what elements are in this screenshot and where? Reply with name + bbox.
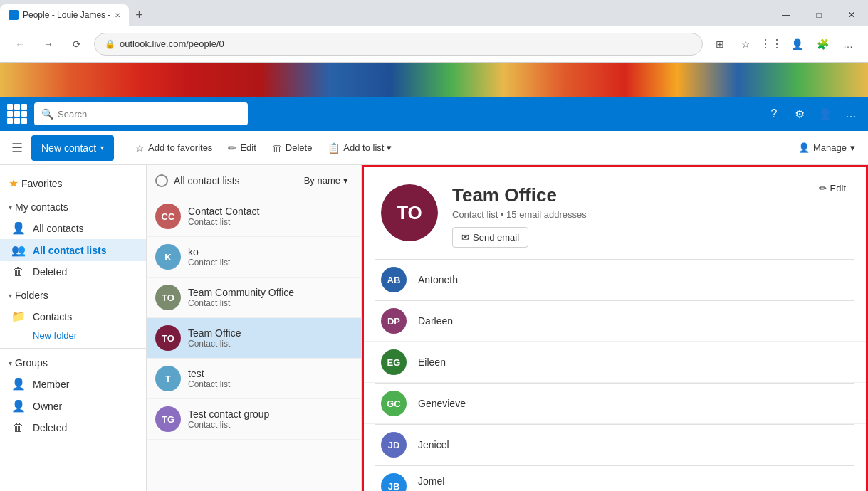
all-contact-lists-label: All contact lists [33, 245, 106, 256]
favorites-header[interactable]: ★ Favorites [0, 172, 146, 194]
contact-info-team-office: Team Office Contact list [188, 327, 352, 349]
person-icon: 👤 [11, 221, 26, 235]
add-favorites-action[interactable]: ☆ Add to favorites [128, 135, 219, 161]
main-layout: ★ Favorites ▾ My contacts 👤 All contacts… [0, 165, 868, 491]
all-contacts-checkbox[interactable] [155, 174, 168, 187]
forward-button[interactable]: → [37, 33, 60, 56]
edit-action[interactable]: ✏ Edit [221, 135, 263, 161]
extensions-icon[interactable]: 🧩 [811, 33, 834, 56]
split-icon[interactable]: ⋮⋮ [760, 33, 783, 56]
search-input[interactable] [58, 109, 241, 120]
my-contacts-label: My contacts [15, 201, 68, 213]
deleted-label: Deleted [33, 266, 67, 278]
contact-item-test[interactable]: T test Contact list [147, 359, 361, 399]
maximize-button[interactable]: □ [802, 4, 835, 26]
detail-edit-button[interactable]: ✏ Edit [810, 179, 854, 198]
list-header-title: All contact lists [174, 175, 294, 186]
name-jenicel: Jenicel [418, 439, 449, 450]
more-options-icon[interactable]: … [840, 102, 862, 125]
account-icon[interactable]: 👤 [814, 102, 837, 125]
add-to-list-label: Add to list ▾ [343, 142, 392, 153]
contact-row-name-antoneth: Antoneth [418, 274, 458, 285]
name-jomel: Jomel . [418, 475, 444, 491]
name-antoneth: Antoneth [418, 274, 458, 285]
new-folder-link[interactable]: New folder [0, 327, 146, 344]
delete-action[interactable]: 🗑 Delete [265, 135, 320, 161]
favorites-icon[interactable]: ☆ [734, 33, 757, 56]
url-bar[interactable]: 🔒 outlook.live.com/people/0 [94, 33, 703, 56]
sidebar-item-contacts[interactable]: 📁 Contacts [0, 305, 146, 327]
contact-item-community[interactable]: TO Team Community Office Contact list [147, 278, 361, 318]
name-eileen: Eileen [418, 357, 446, 368]
my-contacts-header[interactable]: ▾ My contacts [0, 197, 146, 217]
manage-label: Manage [813, 142, 847, 153]
member-label: Member [33, 379, 69, 390]
favorites-section: ★ Favorites [0, 171, 146, 196]
star-icon: ★ [9, 176, 19, 190]
contact-avatar-tg: TG [155, 406, 181, 432]
contact-item-tg[interactable]: TG Test contact group Contact list [147, 399, 361, 440]
refresh-button[interactable]: ⟳ [66, 33, 88, 56]
app-header: 🔍 ? ⚙ 👤 … [0, 97, 868, 131]
lock-icon: 🔒 [105, 39, 115, 49]
contact-items: CC Contact Contact Contact list K ko Con… [147, 196, 361, 491]
url-text: outlook.live.com/people/0 [120, 38, 224, 49]
my-contacts-section: ▾ My contacts 👤 All contacts 👥 All conta… [0, 196, 146, 284]
sidebar: ★ Favorites ▾ My contacts 👤 All contacts… [0, 165, 147, 491]
expand-icon-groups: ▾ [9, 359, 12, 367]
new-contact-dropdown-icon: ▾ [100, 144, 104, 152]
lego-banner [0, 63, 868, 97]
contact-avatar-test: T [155, 366, 181, 391]
browser-toolbar: ⊞ ☆ ⋮⋮ 👤 🧩 … [708, 33, 859, 56]
manage-button[interactable]: 👤 Manage ▾ [791, 135, 862, 161]
tab-close-icon[interactable]: ✕ [115, 11, 120, 19]
groups-header[interactable]: ▾ Groups [0, 353, 146, 373]
contact-item-ko[interactable]: K ko Contact list [147, 237, 361, 278]
email-icon: ✉ [461, 232, 469, 243]
active-tab[interactable]: People - Louie James - ✕ [0, 4, 129, 26]
contact-subtitle-ko: Contact list [188, 258, 352, 268]
folders-section: ▾ Folders 📁 Contacts New folder [0, 284, 146, 345]
close-button[interactable]: ✕ [835, 4, 868, 26]
contact-name-community: Team Community Office [188, 287, 352, 298]
sidebar-item-member[interactable]: 👤 Member [0, 373, 146, 395]
favorites-label: Favorites [21, 178, 63, 189]
add-favorites-label: Add to favorites [148, 142, 212, 153]
sidebar-item-deleted[interactable]: 🗑 Deleted [0, 261, 146, 283]
send-email-action[interactable]: ✉ Send email [452, 227, 528, 248]
send-email-label: Send email [473, 232, 519, 243]
contact-info-cc: Contact Contact Contact list [188, 206, 352, 227]
hamburger-icon[interactable]: ☰ [6, 137, 28, 159]
sidebar-item-groups-deleted[interactable]: 🗑 Deleted [0, 417, 146, 438]
new-contact-button[interactable]: New contact ▾ [31, 135, 114, 161]
new-tab-button[interactable]: + [129, 5, 149, 25]
member-row-genevieve: GC Genevieve [364, 384, 866, 424]
add-to-list-action[interactable]: 📋 Add to list ▾ [320, 135, 399, 161]
help-icon[interactable]: ? [763, 102, 785, 125]
contact-name-cc: Contact Contact [188, 206, 352, 217]
sort-button[interactable]: By name ▾ [300, 172, 352, 189]
more-icon[interactable]: … [837, 33, 859, 56]
avatar-jomel: JB [381, 473, 407, 491]
sidebar-item-owner[interactable]: 👤 Owner [0, 395, 146, 417]
contact-item-team-office[interactable]: TO Team Office Contact list [147, 318, 361, 359]
folders-header[interactable]: ▾ Folders [0, 285, 146, 305]
detail-avatar: TO [381, 184, 438, 241]
delete-icon: 🗑 [272, 142, 282, 154]
sidebar-item-all-contact-lists[interactable]: 👥 All contact lists [0, 239, 146, 261]
contact-item-cc[interactable]: CC Contact Contact Contact list [147, 196, 361, 237]
profile-icon[interactable]: 👤 [785, 33, 808, 56]
search-bar[interactable]: 🔍 [34, 102, 248, 125]
app-logo[interactable] [6, 102, 28, 125]
contact-row-name-genevieve: Genevieve [418, 398, 466, 409]
member-row-jomel: JB Jomel . [364, 466, 866, 491]
contact-name-test: test [188, 368, 352, 379]
back-button[interactable]: ← [9, 33, 31, 56]
reader-icon[interactable]: ⊞ [708, 33, 731, 56]
sidebar-item-all-contacts[interactable]: 👤 All contacts [0, 217, 146, 239]
settings-icon[interactable]: ⚙ [788, 102, 811, 125]
minimize-button[interactable]: — [770, 4, 802, 26]
member-icon: 👤 [11, 377, 26, 391]
contact-subtitle-tg: Contact list [188, 420, 352, 430]
tab-bar: People - Louie James - ✕ + — □ ✕ [0, 0, 868, 26]
